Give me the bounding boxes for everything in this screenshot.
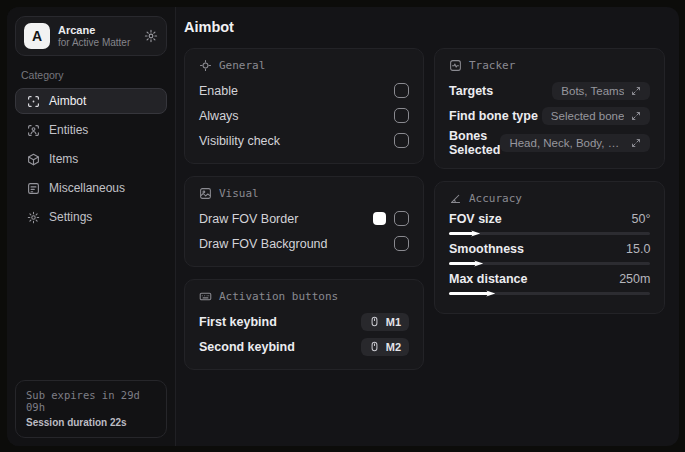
app-subtitle: for Active Matter <box>58 37 130 48</box>
fov-border-color-swatch[interactable] <box>373 212 386 225</box>
general-header: General <box>199 59 409 72</box>
app-name: Arcane <box>58 24 130 36</box>
setting-row: Visibility check <box>199 129 409 152</box>
keybind-label: First keybind <box>199 315 277 329</box>
max-distance-slider[interactable] <box>449 292 650 295</box>
slider-label: FOV size <box>449 212 502 226</box>
draw-fov-border-checkbox[interactable] <box>394 211 409 226</box>
always-checkbox[interactable] <box>394 108 409 123</box>
setting-label: Draw FOV Background <box>199 237 328 251</box>
bones-selected-dropdown[interactable]: Head, Neck, Body, Pe… <box>500 134 650 152</box>
targets-dropdown[interactable]: Bots, Teams <box>552 82 650 100</box>
sidebar-item-entities[interactable]: Entities <box>15 117 167 143</box>
fov-size-slider[interactable] <box>449 232 650 235</box>
expand-icon <box>631 86 641 96</box>
dropdown-label: Targets <box>449 84 493 98</box>
sidebar-item-settings[interactable]: Settings <box>15 204 167 230</box>
sidebar-item-aimbot[interactable]: Aimbot <box>15 88 167 114</box>
person-scan-icon <box>27 124 40 137</box>
tracker-card: Tracker Targets Bots, Teams <box>434 48 665 169</box>
slider-fill <box>449 262 479 265</box>
section-title: Activation buttons <box>219 290 338 303</box>
first-keybind-button[interactable]: M1 <box>361 313 409 331</box>
visual-card: Visual Draw FOV Border Draw FOV Backgrou… <box>184 176 424 267</box>
slider-row: Max distance 250m <box>449 272 650 295</box>
draw-fov-background-checkbox[interactable] <box>394 236 409 251</box>
slider-top: Max distance 250m <box>449 272 650 286</box>
sidebar-item-label: Settings <box>49 210 92 224</box>
slider-row: Smoothness 15.0 <box>449 242 650 265</box>
setting-label: Always <box>199 109 239 123</box>
setting-label: Visibility check <box>199 134 280 148</box>
setting-row: Always <box>199 104 409 127</box>
keyboard-icon <box>199 290 212 303</box>
keybind-value: M1 <box>386 316 401 328</box>
crosshair-icon <box>199 59 212 72</box>
sidebar-item-items[interactable]: Items <box>15 146 167 172</box>
sidebar-item-label: Entities <box>49 123 88 137</box>
section-title: Visual <box>219 187 259 200</box>
slider-value: 50° <box>632 212 651 226</box>
slider-value: 15.0 <box>626 242 650 256</box>
subscription-panel: Sub expires in 29d 09h Session duration … <box>15 380 167 438</box>
second-keybind-button[interactable]: M2 <box>361 338 409 356</box>
activation-header: Activation buttons <box>199 290 409 303</box>
image-icon <box>199 187 212 200</box>
visibility-check-checkbox[interactable] <box>394 133 409 148</box>
setting-label: Draw FOV Border <box>199 212 298 226</box>
slider-fill <box>449 292 491 295</box>
category-label: Category <box>21 69 161 81</box>
keybind-row: First keybind M1 <box>199 310 409 333</box>
right-column: Tracker Targets Bots, Teams <box>434 48 665 314</box>
dropdown-value: Bots, Teams <box>561 85 624 97</box>
slider-value: 250m <box>619 272 650 286</box>
cube-icon <box>27 153 40 166</box>
visual-header: Visual <box>199 187 409 200</box>
section-title: General <box>219 59 265 72</box>
dropdown-value: Head, Neck, Body, Pe… <box>509 137 624 149</box>
slider-top: FOV size 50° <box>449 212 650 226</box>
sidebar: A Arcane for Active Matter Category <box>7 7 176 446</box>
sidebar-nav: Aimbot Entities <box>15 88 167 230</box>
section-title: Tracker <box>469 59 515 72</box>
slider-label: Max distance <box>449 272 528 286</box>
enable-checkbox[interactable] <box>394 83 409 98</box>
app-logo: A <box>24 23 50 49</box>
brand-card: A Arcane for Active Matter <box>15 16 167 56</box>
setting-row: Draw FOV Border <box>199 207 409 230</box>
accuracy-card: Accuracy FOV size 50° Smoothness <box>434 181 665 314</box>
section-title: Accuracy <box>469 192 522 205</box>
mouse-icon <box>369 341 380 352</box>
smoothness-slider[interactable] <box>449 262 650 265</box>
layout-list-icon <box>27 182 40 195</box>
sidebar-item-label: Miscellaneous <box>49 181 125 195</box>
slider-top: Smoothness 15.0 <box>449 242 650 256</box>
activation-card: Activation buttons First keybind M1 <box>184 279 424 370</box>
sidebar-item-label: Items <box>49 152 78 166</box>
setting-row: Enable <box>199 79 409 102</box>
keybind-value: M2 <box>386 341 401 353</box>
expand-icon <box>631 111 641 121</box>
accuracy-header: Accuracy <box>449 192 650 205</box>
dropdown-row: Bones Selected Head, Neck, Body, Pe… <box>449 129 650 157</box>
setting-label: Enable <box>199 84 238 98</box>
keybind-row: Second keybind M2 <box>199 335 409 358</box>
slider-fill <box>449 232 476 235</box>
gear-icon[interactable] <box>144 29 158 43</box>
dropdown-label: Bones Selected <box>449 129 500 157</box>
sidebar-item-label: Aimbot <box>49 94 86 108</box>
page-title: Aimbot <box>184 19 665 35</box>
dropdown-label: Find bone type <box>449 109 538 123</box>
dropdown-row: Targets Bots, Teams <box>449 79 650 102</box>
session-duration-text: Session duration 22s <box>26 417 156 428</box>
find-bone-type-dropdown[interactable]: Selected bone <box>542 107 651 125</box>
dropdown-value: Selected bone <box>551 110 625 122</box>
setting-row: Draw FOV Background <box>199 232 409 255</box>
mouse-icon <box>369 316 380 327</box>
tracker-header: Tracker <box>449 59 650 72</box>
sidebar-item-miscellaneous[interactable]: Miscellaneous <box>15 175 167 201</box>
keybind-label: Second keybind <box>199 340 295 354</box>
activity-icon <box>449 59 462 72</box>
main-content: Aimbot General <box>176 7 679 446</box>
gear-icon <box>27 211 40 224</box>
